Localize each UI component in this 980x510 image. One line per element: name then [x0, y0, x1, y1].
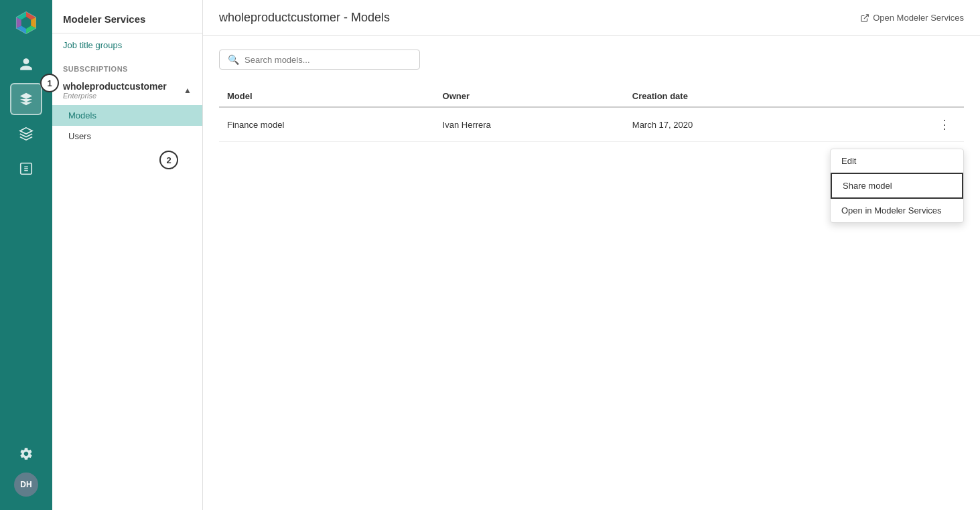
search-input[interactable] [244, 55, 411, 65]
sidebar-item-models[interactable]: Models [52, 105, 202, 126]
nav-cube1-icon[interactable] [10, 118, 42, 150]
context-menu-share-model[interactable]: Share model [831, 173, 963, 199]
models-content: 🔍 Model Owner Creation date Finance mode… [203, 36, 980, 510]
open-modeler-label: Open Modeler Services [873, 13, 964, 23]
row-actions-cell: ⋮ [849, 107, 964, 142]
main-header: wholeproductcustomer - Models Open Model… [203, 0, 980, 36]
user-avatar[interactable]: DH [14, 473, 38, 497]
nav-cube2-icon[interactable] [10, 153, 42, 185]
context-menu: Edit Share model Open in Modeler Service… [830, 149, 964, 223]
sidebar-title: Modeler Services [52, 0, 202, 33]
app-logo[interactable] [10, 7, 42, 39]
page-title: wholeproductcustomer - Models [219, 11, 390, 25]
col-creation-date: Creation date [624, 86, 849, 107]
col-owner: Owner [435, 86, 624, 107]
context-menu-open-modeler[interactable]: Open in Modeler Services [831, 199, 963, 222]
subscription-header[interactable]: wholeproductcustomer Enterprise ▲ [52, 76, 202, 105]
subscription-type: Enterprise [63, 92, 167, 100]
table-row: Finance model Ivan Herrera March 17, 202… [219, 107, 964, 142]
sidebar-job-title-groups[interactable]: Job title groups [52, 33, 202, 57]
svg-line-3 [864, 14, 868, 18]
model-creation-date: March 17, 2020 [624, 107, 849, 142]
nav-users-icon[interactable] [10, 48, 42, 80]
context-menu-edit[interactable]: Edit [831, 149, 963, 173]
model-name: Finance model [219, 107, 435, 142]
step-badge-1: 1 [40, 74, 59, 92]
open-modeler-services-link[interactable]: Open Modeler Services [860, 13, 964, 23]
nav-models-icon[interactable] [10, 83, 42, 115]
main-content-area: wholeproductcustomer - Models Open Model… [203, 0, 980, 510]
sidebar-item-users[interactable]: Users [52, 126, 202, 147]
search-bar[interactable]: 🔍 [219, 50, 420, 70]
model-owner: Ivan Herrera [435, 107, 624, 142]
settings-icon[interactable] [10, 438, 42, 470]
search-icon: 🔍 [228, 54, 239, 65]
subscription-name: wholeproductcustomer [63, 81, 167, 92]
subscriptions-label: SUBSCRIPTIONS [52, 57, 202, 76]
step-badge-2: 2 [159, 151, 178, 169]
col-model: Model [219, 86, 435, 107]
sidebar: Modeler Services Job title groups SUBSCR… [52, 0, 203, 510]
models-table: Model Owner Creation date Finance model … [219, 86, 964, 142]
external-link-icon [860, 13, 869, 23]
chevron-up-icon: ▲ [184, 86, 192, 95]
row-actions-button[interactable]: ⋮ [933, 116, 956, 133]
